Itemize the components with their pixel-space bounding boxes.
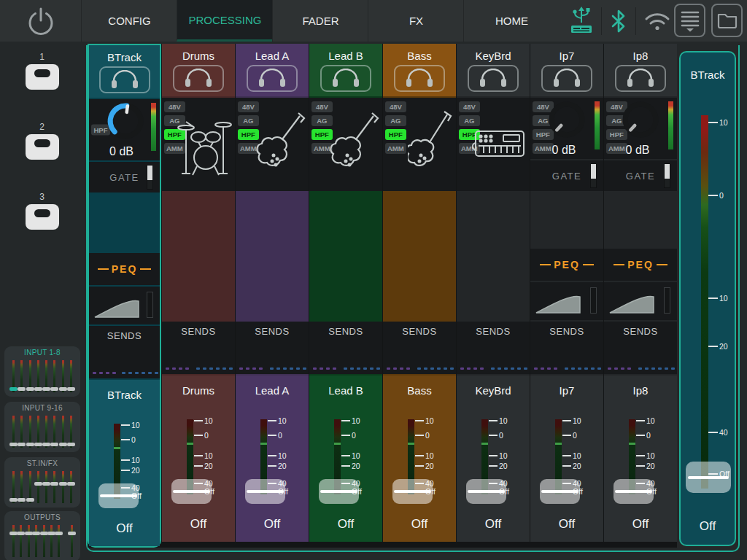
fader-channel-name: KeyBrd bbox=[457, 384, 530, 397]
preamp-panel[interactable]: 48VAGHPFAMM0 dB bbox=[604, 98, 677, 159]
sends-panel[interactable]: SENDS bbox=[309, 322, 382, 374]
compressor-panel[interactable] bbox=[530, 282, 603, 320]
meter-group-input-1-8[interactable]: INPUT 1-8 bbox=[4, 346, 80, 397]
mini-fader bbox=[26, 470, 34, 505]
channel-strip-btrack[interactable]: BTrackHPF0 dBGATEPEQSENDSBTrack100102040… bbox=[88, 44, 161, 548]
compressor-slider[interactable] bbox=[664, 287, 670, 314]
sends-panel[interactable]: SENDS bbox=[530, 322, 603, 374]
channel-color-block bbox=[383, 192, 456, 320]
preamp-panel[interactable]: 48VAGHPFAMM bbox=[162, 98, 235, 191]
peq-panel[interactable]: PEQ bbox=[530, 249, 603, 281]
menu-button[interactable] bbox=[674, 4, 705, 37]
solo-headphones-button[interactable] bbox=[615, 65, 666, 92]
compressor-slider[interactable] bbox=[147, 292, 153, 318]
fader-handle[interactable] bbox=[392, 479, 433, 504]
channel-strip-ip8[interactable]: Ip848VAGHPFAMM0 dBGATEPEQSENDSIp81001020… bbox=[604, 44, 677, 542]
power-button[interactable] bbox=[0, 0, 81, 42]
solo-headphones-button[interactable] bbox=[468, 65, 519, 92]
fader-handle[interactable] bbox=[614, 479, 654, 504]
folder-button[interactable] bbox=[711, 4, 743, 37]
gain-knob[interactable] bbox=[105, 101, 146, 141]
fader-handle[interactable] bbox=[466, 479, 506, 504]
fader-scale-label: 10 bbox=[131, 456, 140, 464]
layer-button-3[interactable]: 3 bbox=[0, 192, 84, 230]
fader-handle[interactable] bbox=[245, 479, 285, 504]
solo-headphones-button[interactable] bbox=[173, 65, 224, 92]
fader-handle[interactable] bbox=[540, 479, 580, 504]
preamp-panel[interactable]: 48VAGHPFAMM bbox=[383, 98, 456, 191]
aux-send-indicator bbox=[554, 368, 557, 370]
meter-group-outputs[interactable]: OUTPUTS bbox=[4, 511, 80, 560]
ag-badge[interactable]: AG bbox=[459, 115, 480, 126]
channel-color-block bbox=[236, 192, 309, 320]
gain-knob[interactable] bbox=[620, 99, 661, 140]
fx-send-indicator bbox=[148, 372, 152, 374]
fader-handle[interactable] bbox=[98, 483, 139, 508]
meter-group-input-9-16[interactable]: INPUT 9-16 bbox=[4, 402, 80, 452]
gate-threshold-slider[interactable] bbox=[590, 163, 597, 188]
sends-panel[interactable]: SENDS bbox=[162, 322, 235, 374]
channel-strip-bass[interactable]: Bass48VAGHPFAMMSENDSBass100102040OffOff bbox=[383, 44, 456, 542]
48v-badge[interactable]: 48V bbox=[164, 101, 185, 112]
gate-panel[interactable]: GATE bbox=[604, 160, 677, 191]
gate-threshold-slider[interactable] bbox=[664, 163, 670, 188]
peq-panel[interactable]: PEQ bbox=[89, 253, 160, 285]
tab-config[interactable]: CONFIG bbox=[81, 0, 177, 42]
solo-headphones-button[interactable] bbox=[99, 66, 150, 93]
gain-knob[interactable] bbox=[546, 99, 587, 140]
preamp-panel[interactable]: HPF0 dB bbox=[89, 99, 160, 160]
preamp-panel[interactable]: 48VAGHPFAMM bbox=[236, 98, 309, 191]
meter-group-st-in-fx[interactable]: ST.IN/FX bbox=[4, 457, 80, 508]
guitar-icon bbox=[328, 110, 381, 179]
48v-badge[interactable]: 48V bbox=[385, 101, 406, 112]
peq-panel[interactable]: PEQ bbox=[604, 249, 677, 281]
channel-strip-keybrd[interactable]: KeyBrd48VAGHPFAMMSENDSKeyBrd100102040Off… bbox=[457, 44, 530, 542]
channel-name: Lead A bbox=[236, 44, 309, 62]
fader-handle[interactable] bbox=[171, 479, 212, 504]
channel-strip-drums[interactable]: Drums48VAGHPFAMMSENDSDrums100102040OffOf… bbox=[162, 44, 235, 542]
mini-meter bbox=[70, 471, 72, 503]
tab-processing[interactable]: PROCESSING bbox=[177, 0, 272, 42]
solo-headphones-button[interactable] bbox=[394, 65, 445, 92]
hpf-badge[interactable]: HPF bbox=[385, 129, 406, 140]
solo-headphones-button[interactable] bbox=[541, 65, 592, 92]
compressor-panel[interactable] bbox=[604, 282, 677, 320]
channel-strip-lead-a[interactable]: Lead A48VAGHPFAMMSENDSLead A100102040Off… bbox=[236, 44, 309, 542]
fader-handle[interactable] bbox=[319, 479, 359, 504]
main-fader-scale-label: 40 bbox=[719, 428, 728, 437]
compressor-slider[interactable] bbox=[590, 287, 597, 314]
sends-panel[interactable]: SENDS bbox=[383, 322, 456, 374]
sends-panel[interactable]: SENDS bbox=[457, 322, 530, 374]
aux-send-indicator bbox=[480, 368, 484, 370]
compressor-panel[interactable] bbox=[89, 287, 160, 324]
layer-button-2[interactable]: 2 bbox=[0, 122, 84, 160]
48v-badge[interactable]: 48V bbox=[459, 101, 480, 112]
solo-headphones-button[interactable] bbox=[320, 65, 371, 92]
preamp-panel[interactable]: 48VAGHPFAMM bbox=[309, 98, 382, 191]
fx-send-indicator bbox=[491, 368, 495, 370]
aux-send-indicator bbox=[614, 368, 618, 370]
amm-badge[interactable]: AMM bbox=[385, 143, 406, 154]
channel-strip-lead-b[interactable]: Lead B48VAGHPFAMMSENDSLead B100102040Off… bbox=[309, 44, 382, 542]
solo-headphones-button[interactable] bbox=[247, 65, 298, 92]
sends-panel[interactable]: SENDS bbox=[604, 322, 677, 374]
fader-cap-icon bbox=[26, 134, 59, 160]
tab-fader[interactable]: FADER bbox=[272, 0, 368, 42]
gate-panel[interactable]: GATE bbox=[89, 162, 160, 192]
fx-send-indicator bbox=[450, 368, 454, 370]
gate-panel[interactable]: GATE bbox=[530, 160, 603, 191]
preamp-panel[interactable]: 48VAGHPFAMM bbox=[457, 98, 530, 191]
sends-panel[interactable]: SENDS bbox=[89, 326, 160, 378]
fader-scale-label: 10 bbox=[646, 451, 655, 460]
main-fader-handle[interactable] bbox=[686, 462, 731, 493]
sends-panel[interactable]: SENDS bbox=[236, 322, 309, 374]
tab-home[interactable]: HOME bbox=[463, 0, 559, 42]
tab-fx[interactable]: FX bbox=[368, 0, 463, 42]
mini-fader bbox=[26, 359, 34, 394]
mini-fader bbox=[9, 414, 18, 449]
gate-threshold-slider[interactable] bbox=[147, 165, 153, 190]
preamp-panel[interactable]: 48VAGHPFAMM0 dB bbox=[530, 98, 603, 159]
layer-button-1[interactable]: 1 bbox=[0, 52, 84, 90]
channel-strip-ip7[interactable]: Ip748VAGHPFAMM0 dBGATEPEQSENDSIp71001020… bbox=[530, 44, 603, 542]
ag-badge[interactable]: AG bbox=[385, 115, 406, 126]
